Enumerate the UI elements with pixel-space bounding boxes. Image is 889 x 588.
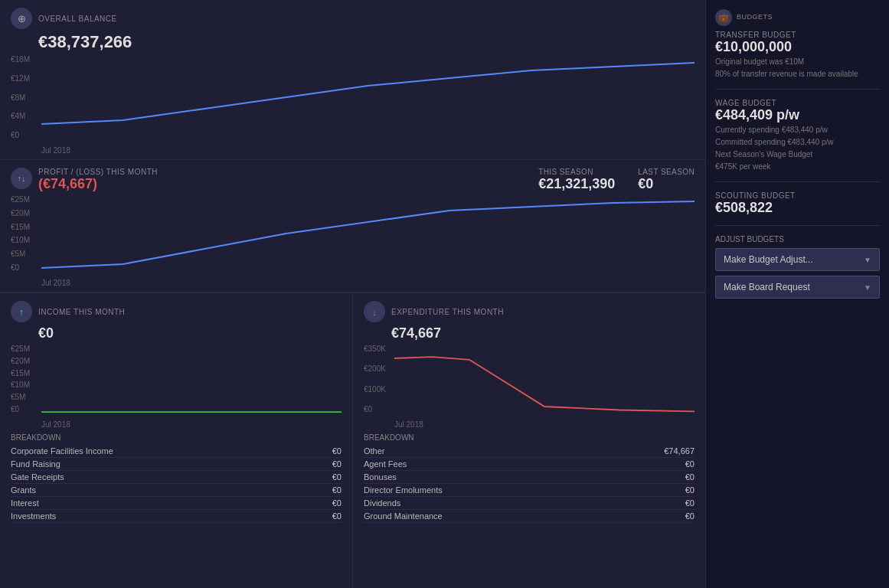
expenditure-value: €74,667	[391, 325, 695, 341]
adjust-budgets-label: ADJUST BUDGETS	[715, 235, 880, 243]
last-season-label: LAST SEASON	[638, 168, 695, 176]
profit-y-labels: €25M €20M €15M €10M €5M €0	[11, 195, 41, 272]
profit-chart-canvas	[41, 195, 695, 272]
expenditure-chart: €350K €200K €100K €0 Jul 2018	[364, 345, 695, 429]
expenditure-label: EXPENDITURE THIS MONTH	[391, 308, 504, 316]
expenditure-row-1: Other €74,667	[364, 445, 695, 458]
overall-balance-section: ⊕ OVERALL BALANCE €38,737,266 €18M €12M …	[0, 0, 705, 160]
transfer-budget-label: TRANSFER BUDGET	[715, 31, 880, 39]
last-season-value: €0	[638, 176, 695, 192]
overall-icon: ⊕	[11, 8, 32, 29]
income-chart-canvas	[41, 345, 342, 413]
overall-label: OVERALL BALANCE	[38, 15, 117, 23]
profit-chart: €25M €20M €15M €10M €5M €0 Jul 2018	[11, 195, 695, 287]
adjust-budgets-section: ADJUST BUDGETS Make Budget Adjust... ▼ M…	[715, 235, 880, 299]
income-panel: ↑ INCOME THIS MONTH €0 €25M €20M €15M €1…	[0, 293, 353, 588]
overall-chart: €18M €12M €8M €4M €0 Jul 2018	[11, 55, 695, 155]
income-x-label: Jul 2018	[41, 420, 70, 429]
expenditure-x-label: Jul 2018	[394, 420, 423, 429]
bottom-row: ↑ INCOME THIS MONTH €0 €25M €20M €15M €1…	[0, 292, 705, 588]
wage-budget-desc3: Next Season's Wage Budget	[715, 149, 880, 160]
expenditure-row-5: Dividends €0	[364, 497, 695, 510]
expenditure-row-4: Director Emoluments €0	[364, 484, 695, 497]
income-row-2: Fund Raising €0	[11, 458, 342, 471]
budgets-icon: 💼	[715, 9, 732, 26]
budgets-label: BUDGETS	[737, 13, 773, 21]
make-budget-adjust-button[interactable]: Make Budget Adjust... ▼	[715, 248, 880, 271]
make-board-request-button[interactable]: Make Board Request ▼	[715, 276, 880, 299]
overall-y-labels: €18M €12M €8M €4M €0	[11, 55, 41, 139]
income-value: €0	[38, 325, 342, 341]
income-icon: ↑	[11, 301, 32, 322]
expenditure-breakdown-table: Other €74,667 Agent Fees €0 Bonuses €0 D…	[364, 445, 695, 523]
chevron-down-icon-2: ▼	[864, 283, 871, 292]
income-breakdown-table: Corporate Facilities Income €0 Fund Rais…	[11, 445, 342, 523]
chevron-down-icon: ▼	[864, 256, 871, 264]
expenditure-row-6: Ground Maintenance €0	[364, 510, 695, 523]
expenditure-panel: ↓ EXPENDITURE THIS MONTH €74,667 €350K €…	[353, 293, 705, 588]
this-season-label: THIS SEASON	[538, 168, 615, 176]
profit-label: PROFIT / (LOSS) THIS MONTH	[38, 168, 532, 176]
season-blocks: THIS SEASON €21,321,390 LAST SEASON €0	[538, 168, 695, 192]
income-row-3: Gate Receipts €0	[11, 471, 342, 484]
overall-x-label: Jul 2018	[41, 146, 70, 155]
expenditure-icon: ↓	[364, 301, 385, 322]
profit-value: (€74,667)	[38, 176, 532, 192]
make-board-btn-label: Make Board Request	[724, 282, 810, 292]
profit-x-label: Jul 2018	[41, 279, 70, 287]
expenditure-row-3: Bonuses €0	[364, 471, 695, 484]
wage-budget-section: WAGE BUDGET €484,409 p/w Currently spend…	[715, 99, 880, 182]
this-season-value: €21,321,390	[538, 176, 615, 192]
this-season-block: THIS SEASON €21,321,390	[538, 168, 615, 192]
wage-budget-desc1: Currently spending €483,440 p/w	[715, 125, 880, 136]
transfer-budget-desc1: Original budget was €10M	[715, 57, 880, 67]
transfer-budget-value: €10,000,000	[715, 39, 880, 55]
scouting-budget-section: SCOUTING BUDGET €508,822	[715, 191, 880, 226]
transfer-budget-desc2: 80% of transfer revenue is made availabl…	[715, 69, 880, 80]
income-breakdown-label: BREAKDOWN	[11, 433, 342, 442]
profit-section: ↑↓ PROFIT / (LOSS) THIS MONTH (€74,667) …	[0, 160, 705, 292]
transfer-budget-section: TRANSFER BUDGET €10,000,000 Original bud…	[715, 31, 880, 90]
income-row-4: Grants €0	[11, 484, 342, 497]
income-label: INCOME THIS MONTH	[38, 308, 125, 316]
budgets-header: 💼 BUDGETS	[715, 9, 880, 26]
last-season-block: LAST SEASON €0	[638, 168, 695, 192]
wage-budget-desc4: €475K per week	[715, 162, 880, 172]
wage-budget-label: WAGE BUDGET	[715, 99, 880, 107]
overall-value: €38,737,266	[38, 32, 695, 52]
income-y-labels: €25M €20M €15M €10M €5M €0	[11, 345, 41, 413]
wage-budget-desc2: Committed spending €483,440 p/w	[715, 137, 880, 148]
make-budget-btn-label: Make Budget Adjust...	[724, 254, 813, 265]
expenditure-row-2: Agent Fees €0	[364, 458, 695, 471]
wage-budget-value: €484,409 p/w	[715, 107, 880, 123]
income-row-5: Interest €0	[11, 497, 342, 510]
scouting-budget-label: SCOUTING BUDGET	[715, 191, 880, 200]
income-row-1: Corporate Facilities Income €0	[11, 445, 342, 458]
expenditure-y-labels: €350K €200K €100K €0	[364, 345, 394, 413]
income-chart: €25M €20M €15M €10M €5M €0	[11, 345, 342, 429]
overall-chart-canvas	[41, 55, 695, 139]
expenditure-chart-canvas	[394, 345, 695, 413]
profit-icon: ↑↓	[11, 168, 32, 189]
expenditure-breakdown-label: BREAKDOWN	[364, 433, 695, 442]
scouting-budget-value: €508,822	[715, 200, 880, 216]
income-row-6: Investments €0	[11, 510, 342, 523]
side-panel: 💼 BUDGETS TRANSFER BUDGET €10,000,000 Or…	[705, 0, 889, 588]
